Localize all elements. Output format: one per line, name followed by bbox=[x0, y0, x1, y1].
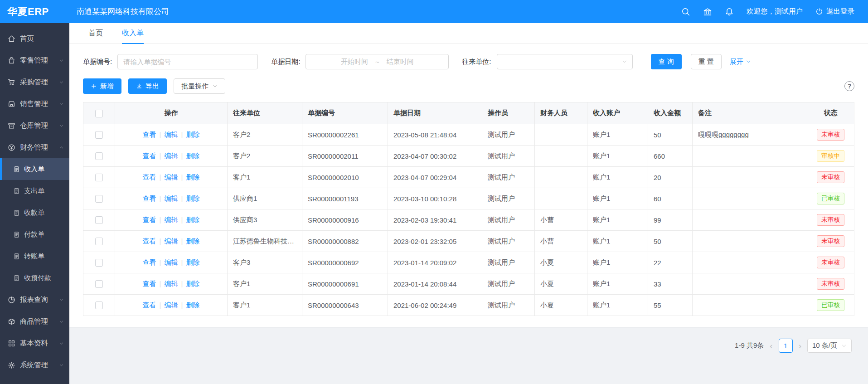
partner-select[interactable] bbox=[497, 54, 633, 69]
operator-cell: 测试用户 bbox=[482, 188, 535, 209]
view-link[interactable]: 查看 bbox=[143, 131, 156, 138]
edit-link[interactable]: 编辑 bbox=[165, 131, 178, 138]
content-card: 首页 收入单 单据编号: 单据日期: 开始时间 ~ 结束时间 往来单位: 查 询… bbox=[69, 23, 868, 327]
view-link[interactable]: 查看 bbox=[143, 258, 156, 266]
page-size-select[interactable]: 10 条/页 bbox=[807, 339, 852, 353]
delete-link[interactable]: 删除 bbox=[186, 131, 199, 138]
edit-link[interactable]: 编辑 bbox=[165, 173, 178, 181]
table-row: 查看|编辑|删除江苏德鲁生物科技有限...SR000000008822023-0… bbox=[83, 231, 854, 252]
search-button[interactable]: 查 询 bbox=[651, 54, 682, 69]
edit-link[interactable]: 编辑 bbox=[165, 258, 178, 266]
action-divider: | bbox=[160, 216, 161, 224]
delete-link[interactable]: 删除 bbox=[186, 237, 199, 245]
account-cell: 账户1 bbox=[587, 231, 648, 252]
sidebar-subitem-transfer-bill[interactable]: 转账单 bbox=[0, 245, 69, 267]
row-checkbox[interactable] bbox=[95, 280, 103, 288]
row-checkbox[interactable] bbox=[95, 216, 103, 224]
warehouse-icon bbox=[8, 122, 15, 130]
delete-link[interactable]: 删除 bbox=[186, 216, 199, 224]
edit-link[interactable]: 编辑 bbox=[165, 152, 178, 160]
reset-button[interactable]: 重 置 bbox=[691, 54, 722, 69]
sidebar-item-home[interactable]: 首页 bbox=[0, 28, 69, 49]
sidebar-item-warehouse[interactable]: 仓库管理 bbox=[0, 115, 69, 136]
sidebar-item-sales[interactable]: 销售管理 bbox=[0, 93, 69, 115]
tab-income-bill[interactable]: 收入单 bbox=[122, 23, 144, 44]
add-button[interactable]: 新增 bbox=[83, 78, 121, 94]
action-divider: | bbox=[160, 173, 161, 181]
date-range-input[interactable]: 开始时间 ~ 结束时间 bbox=[305, 54, 449, 69]
column-header: 财务人员 bbox=[535, 102, 587, 124]
sidebar-item-system[interactable]: 系统管理 bbox=[0, 354, 69, 376]
remark-cell bbox=[693, 188, 807, 209]
operator-cell: 测试用户 bbox=[482, 209, 535, 231]
select-all-checkbox[interactable] bbox=[95, 110, 103, 117]
action-divider: | bbox=[160, 131, 161, 138]
action-divider: | bbox=[160, 194, 161, 202]
sidebar-item-report[interactable]: 报表查询 bbox=[0, 289, 69, 311]
sidebar-subitem-payment-bill[interactable]: 付款单 bbox=[0, 224, 69, 245]
row-checkbox[interactable] bbox=[95, 174, 103, 181]
sidebar-subitem-receipt-bill[interactable]: 收款单 bbox=[0, 202, 69, 224]
sidebar-item-label: 首页 bbox=[20, 34, 64, 44]
sidebar-subitem-expense-bill[interactable]: 支出单 bbox=[0, 180, 69, 202]
bell-icon[interactable] bbox=[725, 7, 734, 16]
status-badge: 未审核 bbox=[817, 235, 844, 247]
row-checkbox[interactable] bbox=[95, 238, 103, 245]
goods-icon bbox=[8, 318, 15, 326]
view-link[interactable]: 查看 bbox=[143, 152, 156, 160]
sidebar-item-goods[interactable]: 商品管理 bbox=[0, 311, 69, 332]
edit-link[interactable]: 编辑 bbox=[165, 301, 178, 309]
finance-staff-cell bbox=[535, 146, 587, 167]
sidebar-item-purchase[interactable]: 采购管理 bbox=[0, 71, 69, 93]
chevron-down-icon bbox=[59, 319, 64, 324]
expand-link[interactable]: 展开 bbox=[730, 58, 751, 66]
bill-number-cell: SR00000002011 bbox=[302, 146, 388, 167]
action-divider: | bbox=[181, 131, 183, 138]
view-link[interactable]: 查看 bbox=[143, 216, 156, 224]
view-link[interactable]: 查看 bbox=[143, 173, 156, 181]
sidebar-item-finance[interactable]: 财务管理 bbox=[0, 136, 69, 158]
delete-link[interactable]: 删除 bbox=[186, 152, 199, 160]
row-checkbox[interactable] bbox=[95, 259, 103, 267]
finance-staff-cell bbox=[535, 124, 587, 146]
edit-link[interactable]: 编辑 bbox=[165, 194, 178, 202]
bill-date-cell: 2023-01-14 20:08:44 bbox=[388, 273, 482, 295]
delete-link[interactable]: 删除 bbox=[186, 258, 199, 266]
logout-button[interactable]: 退出登录 bbox=[815, 7, 854, 16]
bank-icon[interactable] bbox=[703, 7, 712, 16]
row-checkbox[interactable] bbox=[95, 131, 103, 139]
amount-cell: 33 bbox=[648, 273, 693, 295]
sidebar-subitem-income-bill[interactable]: 收入单 bbox=[0, 158, 69, 180]
account-cell: 账户1 bbox=[587, 295, 648, 316]
actions-cell: 查看|编辑|删除 bbox=[115, 146, 228, 167]
next-page-button[interactable]: › bbox=[798, 341, 802, 350]
delete-link[interactable]: 删除 bbox=[186, 280, 199, 287]
current-page-button[interactable]: 1 bbox=[779, 339, 793, 353]
tab-home[interactable]: 首页 bbox=[88, 23, 103, 44]
view-link[interactable]: 查看 bbox=[143, 301, 156, 309]
view-link[interactable]: 查看 bbox=[143, 237, 156, 245]
edit-link[interactable]: 编辑 bbox=[165, 216, 178, 224]
row-checkbox[interactable] bbox=[95, 301, 103, 309]
home-icon bbox=[8, 35, 15, 43]
search-icon[interactable] bbox=[681, 7, 690, 16]
delete-link[interactable]: 删除 bbox=[186, 194, 199, 202]
edit-link[interactable]: 编辑 bbox=[165, 237, 178, 245]
delete-link[interactable]: 删除 bbox=[186, 173, 199, 181]
bill-number-input[interactable] bbox=[117, 54, 258, 69]
delete-link[interactable]: 删除 bbox=[186, 301, 199, 309]
row-checkbox[interactable] bbox=[95, 195, 103, 203]
sidebar-item-basic[interactable]: 基本资料 bbox=[0, 332, 69, 354]
export-button[interactable]: 导出 bbox=[128, 78, 167, 94]
income-bill-table: 操作往来单位单据编号单据日期操作员财务人员收入账户收入金额备注状态 查看|编辑|… bbox=[83, 102, 854, 316]
help-icon[interactable]: ? bbox=[844, 81, 854, 91]
edit-link[interactable]: 编辑 bbox=[165, 280, 178, 287]
row-checkbox[interactable] bbox=[95, 152, 103, 160]
sidebar-item-retail[interactable]: 零售管理 bbox=[0, 49, 69, 71]
view-link[interactable]: 查看 bbox=[143, 280, 156, 287]
batch-actions-button[interactable]: 批量操作 bbox=[174, 78, 225, 94]
app-logo: 华夏ERP bbox=[0, 5, 69, 19]
view-link[interactable]: 查看 bbox=[143, 194, 156, 202]
prev-page-button[interactable]: ‹ bbox=[769, 341, 773, 350]
sidebar-subitem-advance-bill[interactable]: 收预付款 bbox=[0, 267, 69, 289]
